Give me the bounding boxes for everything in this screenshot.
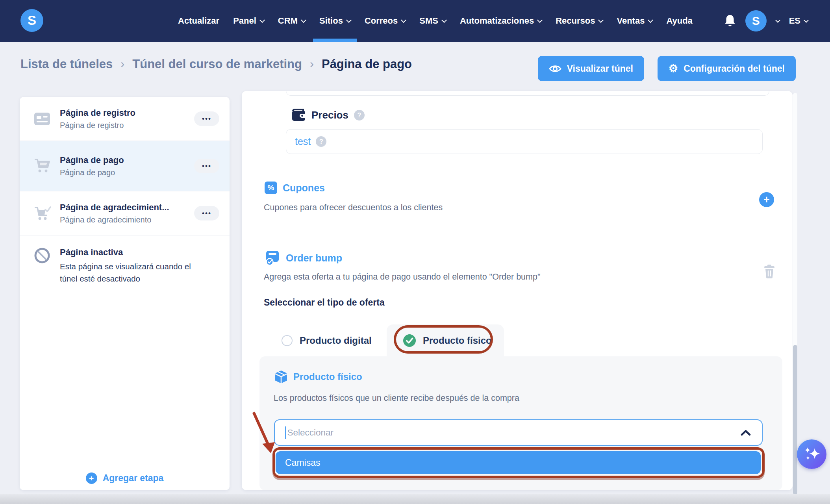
page-bottom-edge [0, 494, 830, 504]
chevron-down-icon [346, 17, 352, 22]
chevron-down-icon [301, 17, 306, 22]
order-bump-icon [265, 250, 280, 266]
step-options-button[interactable]: ••• [194, 159, 219, 173]
help-icon[interactable]: ? [354, 110, 365, 120]
order-bump-title: Order bump [286, 252, 342, 264]
gear-icon: ⚙ [669, 63, 678, 74]
funnel-steps-sidebar: Página de registro Página de registro ••… [20, 97, 230, 490]
nav-item-sms[interactable]: SMS [419, 0, 446, 42]
chevron-up-icon[interactable] [740, 429, 752, 437]
breadcrumb-separator: › [310, 57, 314, 70]
nav-item-automatizaciones[interactable]: Automatizaciones [460, 0, 542, 42]
plus-icon: + [86, 472, 97, 484]
pricing-section-header: Precios ? [291, 109, 365, 122]
logo-letter: S [28, 13, 36, 28]
step-title: Página de pago [60, 155, 124, 165]
page-title: Página de pago [322, 57, 412, 71]
dropdown-option-camisas[interactable]: Camisas [276, 451, 761, 474]
step-payment-page-selected[interactable]: Página de pago Página de pago ••• [20, 141, 230, 191]
chevron-down-icon [401, 17, 406, 22]
add-coupon-button[interactable]: + [759, 192, 774, 207]
coupon-percent-icon: % [265, 182, 277, 194]
blocked-circle-icon [33, 247, 51, 264]
add-step-button[interactable]: + Agregar etapa [20, 466, 230, 490]
chevron-down-icon [441, 17, 447, 22]
order-bump-description: Agrega esta oferta a tu página de pago u… [264, 272, 541, 282]
sparkles-icon [802, 444, 822, 465]
step-title: Página de agradecimient... [60, 202, 169, 213]
check-circle-icon [403, 334, 416, 347]
nav-item-crm[interactable]: CRM [278, 0, 306, 42]
scrolled-section-edge [286, 91, 769, 96]
preview-funnel-button[interactable]: Visualizar túnel [538, 56, 644, 81]
chevron-down-icon [598, 17, 604, 22]
chevron-down-icon [259, 17, 265, 22]
offer-type-label: Seleccionar el tipo de oferta [264, 297, 385, 308]
breadcrumb-funnel-list[interactable]: Lista de túneles [20, 57, 113, 71]
step-thank-you-page[interactable]: Página de agradecimient... Página de agr… [20, 191, 230, 235]
top-navbar: S Actualizar Panel CRM Sitios Correos SM… [0, 0, 830, 42]
option-producto-digital[interactable]: Producto digital [282, 335, 372, 346]
chevron-down-icon [537, 17, 543, 22]
breadcrumb: Lista de túneles › Túnel del curso de ma… [20, 57, 412, 71]
price-plan-name: test [295, 136, 311, 147]
select-placeholder: Seleccionar [287, 428, 334, 438]
nav-item-ayuda[interactable]: Ayuda [666, 0, 692, 42]
product-select-input[interactable]: Seleccionar [274, 419, 763, 446]
plus-icon: + [759, 192, 774, 207]
step-subtitle: Página de registro [60, 121, 135, 130]
chevron-down-icon [648, 17, 653, 22]
wallet-icon [291, 109, 306, 122]
option-producto-fisico[interactable]: Producto físico [403, 334, 492, 347]
coupons-description: Cupones para ofrecer descuentos a los cl… [264, 203, 443, 213]
header-actions: Visualizar túnel ⚙ Configuración del tún… [538, 56, 796, 81]
pricing-title: Precios [311, 109, 348, 121]
payment-page-settings-panel: Precios ? test ? % Cupones Cupones para … [242, 91, 793, 490]
nav-item-correos[interactable]: Correos [365, 0, 406, 42]
inactive-page-note: Página inactiva Esta página se visualiza… [20, 235, 230, 297]
physical-product-title: Producto físico [293, 371, 362, 382]
ai-assistant-button[interactable] [797, 439, 826, 469]
cart-icon [33, 158, 51, 174]
delete-order-bump-button[interactable] [763, 264, 776, 280]
app-logo[interactable]: S [20, 9, 43, 32]
help-icon[interactable]: ? [316, 136, 326, 147]
text-cursor [285, 426, 286, 439]
inactive-title: Página inactiva [60, 247, 205, 258]
step-options-button[interactable]: ••• [194, 206, 219, 220]
price-plan-row[interactable]: test ? [286, 129, 763, 154]
nav-item-ventas[interactable]: Ventas [617, 0, 652, 42]
nav-item-actualizar[interactable]: Actualizar [178, 0, 219, 42]
coupons-section-header: % Cupones [265, 182, 325, 194]
eye-icon [549, 64, 561, 73]
step-subtitle: Página de pago [60, 168, 124, 177]
radio-unchecked-icon[interactable] [282, 335, 293, 346]
physical-product-description: Los productos físicos que un cliente rec… [274, 393, 519, 403]
inactive-description: Esta página se visualizará cuando el tún… [60, 261, 205, 285]
package-icon [274, 370, 288, 384]
user-avatar[interactable]: S [745, 10, 767, 32]
order-bump-section-header: Order bump [265, 250, 342, 266]
chevron-down-icon [775, 18, 780, 23]
chevron-down-icon [804, 18, 809, 23]
physical-product-header: Producto físico [274, 370, 362, 384]
scrollbar-thumb[interactable] [793, 345, 797, 495]
breadcrumb-funnel-name[interactable]: Túnel del curso de marketing [132, 57, 302, 71]
nav-item-panel[interactable]: Panel [233, 0, 264, 42]
nav-item-sitios[interactable]: Sitios [319, 0, 351, 42]
breadcrumb-separator: › [120, 57, 124, 70]
funnel-editor-page: S Actualizar Panel CRM Sitios Correos SM… [0, 0, 830, 504]
registration-page-icon [33, 111, 51, 127]
step-subtitle: Página de agradecimiento [60, 215, 169, 224]
navbar-right-cluster: S ES [724, 0, 808, 42]
cart-check-icon [33, 205, 51, 222]
funnel-settings-button[interactable]: ⚙ Configuración del túnel [658, 56, 796, 81]
language-selector[interactable]: ES [789, 16, 808, 26]
coupons-title: Cupones [283, 182, 325, 194]
bell-icon[interactable] [724, 14, 736, 28]
step-title: Página de registro [60, 108, 135, 118]
nav-item-recursos[interactable]: Recursos [556, 0, 603, 42]
physical-product-panel: Producto físico Los productos físicos qu… [259, 356, 782, 490]
step-options-button[interactable]: ••• [194, 111, 219, 126]
step-registration-page[interactable]: Página de registro Página de registro ••… [20, 97, 230, 141]
